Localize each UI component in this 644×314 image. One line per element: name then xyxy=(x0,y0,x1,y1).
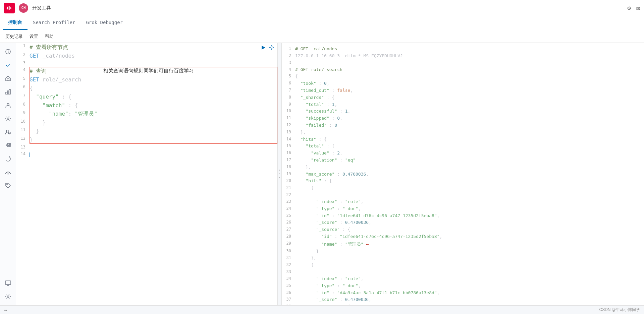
svg-point-6 xyxy=(7,118,9,120)
result-line-10: 10 "successful" : 1, xyxy=(282,108,644,115)
result-line-4: 4 # GET role/_search xyxy=(282,66,644,73)
tab-search-profiler[interactable]: Search Profiler xyxy=(28,16,80,30)
result-line-12: 12 "failed" : 0 xyxy=(282,122,644,129)
code-line-11: 11 } xyxy=(16,127,277,135)
result-line-33: 33 xyxy=(282,269,644,275)
svg-rect-11 xyxy=(5,281,11,285)
page-title: 开发工具 xyxy=(32,5,623,11)
sidebar-user2-icon[interactable] xyxy=(2,126,14,138)
svg-point-5 xyxy=(7,103,9,105)
editor-toolbar xyxy=(261,45,274,52)
code-line-5: 5 GET role/_search xyxy=(16,75,277,84)
user-avatar[interactable]: CH xyxy=(19,3,28,13)
sidebar-refresh-icon[interactable] xyxy=(2,153,14,165)
result-line-34: 34 "_index" : "role", xyxy=(282,275,644,282)
svg-rect-4 xyxy=(9,89,10,94)
result-line-8: 8 "_shards" : { xyxy=(282,94,644,101)
result-line-37: 37 "_score" : 0.4700036, xyxy=(282,296,644,303)
tab-console[interactable]: 控制台 xyxy=(3,16,28,30)
top-bar-icons: ⚙ ✉ xyxy=(627,4,640,11)
tab-grok-debugger[interactable]: Grok Debugger xyxy=(80,16,128,30)
result-line-1: 1 # GET _cat/nodes xyxy=(282,46,644,53)
result-line-20: 20 "hits" : [ xyxy=(282,178,644,185)
svg-rect-1 xyxy=(7,79,9,81)
code-line-7: 7 "query" : { xyxy=(16,92,277,101)
sidebar-chart-icon[interactable] xyxy=(2,86,14,98)
sidebar-gear-icon[interactable] xyxy=(2,113,14,125)
svg-point-9 xyxy=(8,174,8,174)
result-line-22: 22 xyxy=(282,192,644,198)
sidebar-tag-icon[interactable] xyxy=(2,180,14,192)
code-line-9: 9 "name": "管理员" xyxy=(16,110,277,118)
result-line-21: 21 { xyxy=(282,185,644,192)
bottom-credit: CSDN @牛马小陈同学 xyxy=(599,307,640,313)
result-line-7: 7 "timed_out" : false, xyxy=(282,87,644,94)
result-line-14: 14 "hits" : { xyxy=(282,136,644,143)
red-box-section: 4 # 查询 5 GET role/_search 6 { 7 "query" … xyxy=(16,67,277,144)
result-line-3: 3 xyxy=(282,60,644,66)
result-line-23: 23 "_index" : "role", xyxy=(282,198,644,205)
code-line-13: 13 xyxy=(16,144,277,151)
result-line-9: 9 "total" : 1, xyxy=(282,101,644,108)
svg-point-12 xyxy=(7,296,9,298)
code-line-1: 1 # 查看所有节点 xyxy=(16,43,277,52)
result-line-15: 15 "total" : { xyxy=(282,143,644,150)
code-line-8: 8 "match" : { xyxy=(16,101,277,110)
svg-point-10 xyxy=(7,184,7,185)
panel-divider[interactable]: • • • xyxy=(278,43,282,305)
editor-content: 1 # 查看所有节点 2 GET _cat/nodes 3 4 # 查询 xyxy=(16,43,277,159)
editor-pane: 1 # 查看所有节点 2 GET _cat/nodes 3 4 # 查询 xyxy=(16,43,278,305)
svg-point-7 xyxy=(6,130,8,132)
toolbar-history[interactable]: 历史记录 xyxy=(5,34,23,40)
toolbar-settings[interactable]: 设置 xyxy=(30,34,38,40)
result-line-6: 6 "took" : 0, xyxy=(282,80,644,87)
result-line-31: 31 }, xyxy=(282,255,644,262)
editor-wrapper[interactable]: 1 # 查看所有节点 2 GET _cat/nodes 3 4 # 查询 xyxy=(16,43,277,305)
mail-icon[interactable]: ✉ xyxy=(636,4,640,11)
sidebar-monitor-icon[interactable] xyxy=(2,277,14,289)
sidebar-puzzle-icon[interactable] xyxy=(2,139,14,151)
result-line-13: 13 }, xyxy=(282,129,644,136)
toolbar: 历史记录 设置 帮助 xyxy=(0,30,644,43)
sidebar-check-icon[interactable] xyxy=(2,59,14,71)
bottom-bar: ⇒ CSDN @牛马小陈同学 xyxy=(0,305,644,314)
settings-top-icon[interactable]: ⚙ xyxy=(627,4,631,11)
result-line-28: 28 "id" : "1dfee641-d76c-4c96-a747-1235d… xyxy=(282,233,644,240)
result-line-32: 32 { xyxy=(282,262,644,269)
wrench-button[interactable] xyxy=(269,45,274,52)
result-pane: 1 # GET _cat/nodes 2 127.0.0.1 16 60 3 d… xyxy=(282,43,644,305)
sidebar-home-icon[interactable] xyxy=(2,72,14,84)
code-line-2: 2 GET _cat/nodes xyxy=(16,52,277,60)
result-editor[interactable]: 1 # GET _cat/nodes 2 127.0.0.1 16 60 3 d… xyxy=(282,43,644,305)
result-line-5: 5 { xyxy=(282,73,644,80)
sidebar-signal-icon[interactable] xyxy=(2,166,14,178)
sidebar-user-icon[interactable] xyxy=(2,99,14,111)
run-button[interactable] xyxy=(261,45,266,52)
result-line-29: 29 "name" : "管理员" ← xyxy=(282,240,644,248)
result-line-19: 19 "max_score" : 0.4700036, xyxy=(282,171,644,178)
sidebar-settings-icon[interactable] xyxy=(2,291,14,303)
result-line-26: 26 "_score" : 0.4700036, xyxy=(282,219,644,226)
code-line-3: 3 xyxy=(16,60,277,67)
svg-marker-13 xyxy=(262,46,265,50)
code-line-4: 4 # 查询 xyxy=(16,67,277,75)
result-line-17: 17 "relation" : "eq" xyxy=(282,157,644,164)
app-logo xyxy=(4,3,15,13)
result-line-2: 2 127.0.0.1 16 60 3 dilm * MS-EQZYPDUOHL… xyxy=(282,53,644,60)
result-line-16: 16 "value" : 2, xyxy=(282,150,644,157)
bottom-arrow[interactable]: ⇒ xyxy=(4,307,7,313)
result-line-36: 36 "_id" : "d4a3c4ac-3a1a-47f1-b71c-bb07… xyxy=(282,290,644,297)
code-line-10: 10 } xyxy=(16,118,277,127)
svg-rect-2 xyxy=(6,92,7,94)
result-line-24: 24 "_type" : "_doc", xyxy=(282,205,644,212)
code-line-14: 14 xyxy=(16,151,277,160)
sidebar-clock-icon[interactable] xyxy=(2,46,14,58)
result-line-11: 11 "skipped" : 0, xyxy=(282,115,644,122)
svg-point-14 xyxy=(271,47,272,48)
code-line-6: 6 { xyxy=(16,84,277,92)
result-line-35: 35 "_type" : "_doc", xyxy=(282,282,644,290)
tab-bar: 控制台 Search Profiler Grok Debugger xyxy=(0,16,644,30)
svg-rect-3 xyxy=(7,91,9,94)
code-line-12: 12 } xyxy=(16,135,277,144)
toolbar-help[interactable]: 帮助 xyxy=(45,34,54,40)
